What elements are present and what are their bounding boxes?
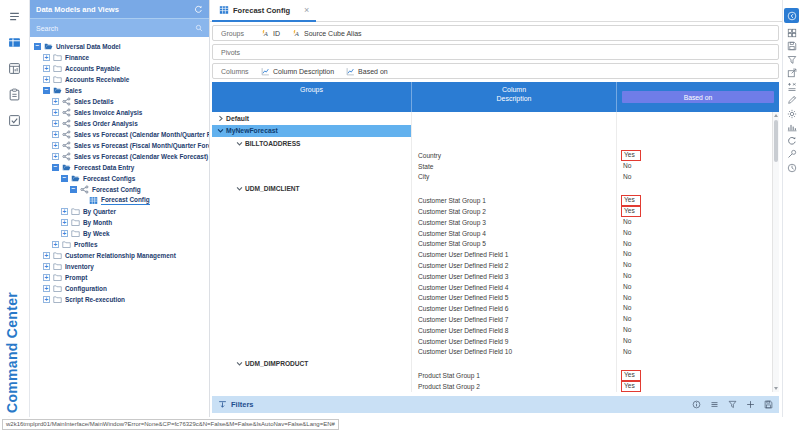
- chip-source-cube-alias[interactable]: ASource Cube Alias: [292, 29, 362, 38]
- column-header-groups[interactable]: Groups: [212, 82, 412, 112]
- expand-toggle-icon[interactable]: +: [52, 131, 59, 138]
- rail-button-refresh-icon[interactable]: [784, 134, 799, 148]
- tree-item-sales-details[interactable]: +Sales Details: [30, 96, 209, 107]
- expand-toggle-icon[interactable]: +: [52, 98, 59, 105]
- based-on-value[interactable]: No: [623, 315, 631, 324]
- table-row-customer-user-defined-field-6[interactable]: Customer User Defined Field 6No: [212, 303, 779, 314]
- based-on-highlight-bar[interactable]: Based on: [622, 91, 774, 103]
- based-on-value[interactable]: No: [623, 337, 631, 346]
- expand-toggle-icon[interactable]: −: [34, 43, 41, 50]
- based-on-value[interactable]: Yes: [621, 381, 641, 392]
- expand-toggle-icon[interactable]: +: [61, 230, 68, 237]
- rail-button-pencil-icon[interactable]: [784, 94, 799, 108]
- group-row-billtoaddress[interactable]: BILLTOADDRESS: [212, 137, 779, 150]
- tab-forecast-config[interactable]: Forecast Config ×: [212, 0, 316, 22]
- tree-item-finance[interactable]: +Finance: [30, 52, 209, 63]
- based-on-value[interactable]: Yes: [621, 206, 641, 217]
- table-row-customer-user-defined-field-5[interactable]: Customer User Defined Field 5No: [212, 293, 779, 304]
- expand-toggle-icon[interactable]: +: [43, 76, 50, 83]
- tree-item-sales-vs-forecast-fiscal-month-quarter-forecast[interactable]: +Sales vs Forecast (Fiscal Month/Quarter…: [30, 140, 209, 151]
- tree-item-sales-order-analysis[interactable]: +Sales Order Analysis: [30, 118, 209, 129]
- expand-toggle-icon[interactable]: +: [43, 252, 50, 259]
- table-row-product-stat-group-1[interactable]: Product Stat Group 1Yes: [212, 370, 779, 381]
- rail-button-checklist-icon[interactable]: [2, 107, 28, 133]
- table-row-customer-user-defined-field-2[interactable]: Customer User Defined Field 2No: [212, 260, 779, 271]
- pivots-shelf[interactable]: Pivots: [212, 44, 779, 60]
- rail-button-report-icon[interactable]: [2, 55, 28, 81]
- chevron-down-icon[interactable]: [236, 140, 243, 147]
- rail-button-data-table-icon[interactable]: [2, 29, 28, 55]
- based-on-value[interactable]: Yes: [621, 150, 641, 161]
- based-on-value[interactable]: No: [623, 294, 631, 303]
- save-icon[interactable]: [764, 400, 773, 409]
- based-on-value[interactable]: No: [623, 173, 631, 182]
- scroll-up-arrow[interactable]: [774, 114, 778, 117]
- tree-item-by-month[interactable]: +By Month: [30, 217, 209, 228]
- expand-toggle-icon[interactable]: +: [43, 285, 50, 292]
- groups-cell[interactable]: BILLTOADDRESS: [212, 137, 412, 150]
- table-row-customer-user-defined-field-8[interactable]: Customer User Defined Field 8No: [212, 325, 779, 336]
- based-on-cell[interactable]: Yes: [617, 370, 779, 381]
- table-row-customer-stat-group-4[interactable]: Customer Stat Group 4No: [212, 228, 779, 239]
- group-row-mynewforecast[interactable]: MyNewForecast: [212, 125, 779, 138]
- tree-item-configuration[interactable]: +Configuration: [30, 283, 209, 294]
- rail-button-gear-icon[interactable]: [784, 107, 799, 121]
- based-on-value[interactable]: No: [623, 250, 631, 259]
- table-row-customer-user-defined-field-4[interactable]: Customer User Defined Field 4No: [212, 282, 779, 293]
- expand-toggle-icon[interactable]: −: [70, 186, 77, 193]
- based-on-cell[interactable]: [617, 137, 779, 150]
- groups-cell[interactable]: MyNewForecast: [212, 125, 412, 138]
- groups-cell[interactable]: UDM_DIMCLIENT: [212, 182, 412, 195]
- rail-button-clipboard-icon[interactable]: [2, 81, 28, 107]
- based-on-value[interactable]: No: [623, 326, 631, 335]
- table-row-product-stat-group-2[interactable]: Product Stat Group 2Yes: [212, 381, 779, 392]
- based-on-cell[interactable]: [617, 182, 779, 195]
- expand-toggle-icon[interactable]: +: [43, 54, 50, 61]
- based-on-value[interactable]: No: [623, 283, 631, 292]
- chevron-right-icon[interactable]: [217, 115, 224, 122]
- search-icon[interactable]: [195, 24, 203, 32]
- based-on-cell[interactable]: Yes: [617, 206, 779, 217]
- expand-toggle-icon[interactable]: +: [52, 241, 59, 248]
- based-on-cell[interactable]: Yes: [617, 150, 779, 161]
- table-row-customer-user-defined-field-3[interactable]: Customer User Defined Field 3No: [212, 271, 779, 282]
- based-on-value[interactable]: No: [623, 348, 631, 357]
- based-on-cell[interactable]: No: [617, 239, 779, 250]
- expand-toggle-icon[interactable]: +: [43, 65, 50, 72]
- based-on-cell[interactable]: No: [617, 325, 779, 336]
- group-row-default[interactable]: Default: [212, 112, 779, 125]
- table-row-customer-stat-group-5[interactable]: Customer Stat Group 5No: [212, 239, 779, 250]
- expand-toggle-icon[interactable]: −: [43, 87, 50, 94]
- based-on-cell[interactable]: [617, 112, 779, 125]
- tree-item-forecast-configs[interactable]: −Forecast Configs: [30, 173, 209, 184]
- based-on-value[interactable]: Yes: [621, 370, 641, 381]
- groups-cell[interactable]: Default: [212, 112, 412, 125]
- column-header-based-on[interactable]: Based on: [617, 82, 779, 112]
- tree-item-sales-vs-forecast-calendar-week-forecast[interactable]: +Sales vs Forecast (Calendar Week Foreca…: [30, 151, 209, 162]
- table-row-customer-stat-group-3[interactable]: Customer Stat Group 3No: [212, 217, 779, 228]
- table-row-customer-user-defined-field-9[interactable]: Customer User Defined Field 9No: [212, 336, 779, 347]
- tree-item-sales-invoice-analysis[interactable]: +Sales Invoice Analysis: [30, 107, 209, 118]
- based-on-value[interactable]: Yes: [621, 195, 641, 206]
- rail-button-bar-chart-icon[interactable]: [784, 121, 799, 135]
- list-icon[interactable]: [710, 400, 719, 409]
- based-on-cell[interactable]: Yes: [617, 381, 779, 392]
- rail-button-history-icon[interactable]: [784, 161, 799, 175]
- groups-cell[interactable]: UDM_DIMPRODUCT: [212, 357, 412, 370]
- filters-bar[interactable]: Filters: [212, 396, 779, 413]
- expand-toggle-icon[interactable]: +: [52, 142, 59, 149]
- based-on-value[interactable]: No: [623, 218, 631, 227]
- rail-button-save-icon[interactable]: [784, 40, 799, 54]
- tree-item-accounts-receivable[interactable]: +Accounts Receivable: [30, 74, 209, 85]
- tree-item-forecast-config[interactable]: +Forecast Config: [30, 195, 209, 206]
- column-header-column-description[interactable]: ColumnDescription: [412, 82, 617, 112]
- expand-toggle-icon[interactable]: +: [52, 120, 59, 127]
- expand-toggle-icon[interactable]: +: [43, 274, 50, 281]
- based-on-value[interactable]: No: [623, 162, 631, 171]
- group-row-udm-dimclient[interactable]: UDM_DIMCLIENT: [212, 182, 779, 195]
- based-on-cell[interactable]: No: [617, 347, 779, 358]
- tree-item-prompt[interactable]: +Prompt: [30, 272, 209, 283]
- expand-toggle-icon[interactable]: +: [43, 263, 50, 270]
- refresh-icon[interactable]: [194, 5, 203, 14]
- expand-toggle-icon[interactable]: +: [52, 109, 59, 116]
